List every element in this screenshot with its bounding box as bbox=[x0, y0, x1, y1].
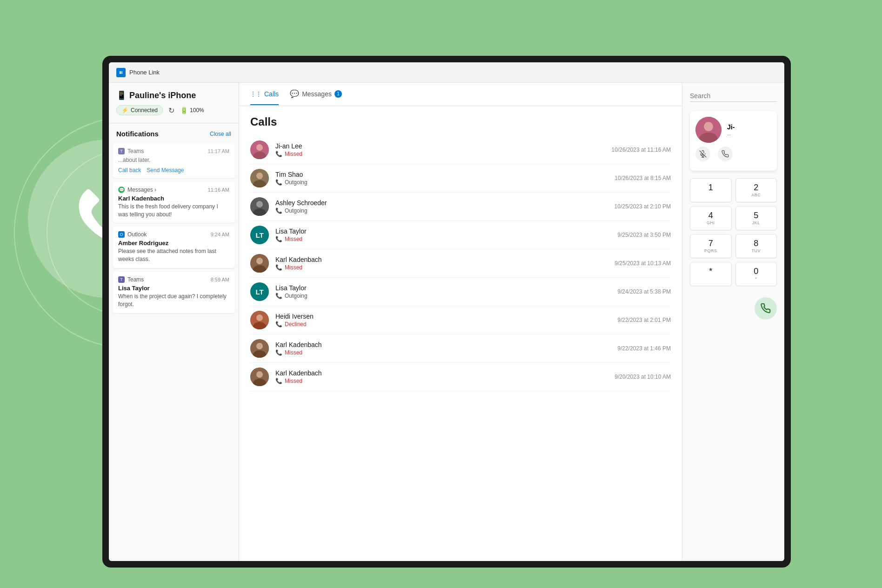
notif-body: ...about later. bbox=[118, 156, 229, 164]
mute-button[interactable] bbox=[695, 147, 710, 161]
dial-key-5[interactable]: 5 JKL bbox=[735, 206, 777, 230]
calls-title: Calls bbox=[250, 115, 671, 128]
dial-num: 8 bbox=[754, 239, 758, 247]
dial-key-star[interactable]: * bbox=[690, 262, 732, 286]
missed-call-icon: 📞 bbox=[275, 378, 282, 384]
call-row[interactable]: Ashley Schroeder 📞 Outgoing 10/25/2023 a… bbox=[250, 193, 671, 221]
caller-name: Ji-an Lee bbox=[275, 142, 602, 150]
svg-point-16 bbox=[256, 314, 263, 321]
send-message-button[interactable]: Send Message bbox=[147, 167, 184, 174]
svg-rect-1 bbox=[120, 71, 121, 74]
avatar-image bbox=[250, 311, 269, 329]
caller-avatar bbox=[250, 339, 269, 358]
tab-messages[interactable]: 💬 Messages 1 bbox=[290, 83, 342, 106]
notification-item: 💬 Messages › 11:16 AM Karl Kadenbach Thi… bbox=[113, 182, 235, 223]
end-call-button[interactable] bbox=[718, 147, 733, 161]
call-button[interactable] bbox=[755, 297, 777, 320]
call-status: 📞 Missed bbox=[275, 349, 608, 356]
notification-item: T Teams 11:17 AM ...about later. Call ba… bbox=[113, 143, 235, 178]
dial-key-2[interactable]: 2 ABC bbox=[735, 178, 777, 202]
call-row[interactable]: Ji-an Lee 📞 Missed 10/26/2023 at 11:16 A… bbox=[250, 136, 671, 164]
close-all-button[interactable]: Close all bbox=[210, 131, 231, 137]
call-row[interactable]: Heidi Iversen 📞 Declined 9/22/2023 at 2:… bbox=[250, 306, 671, 334]
call-row[interactable]: Karl Kadenbach 📞 Missed 9/20/2023 at 10:… bbox=[250, 363, 671, 391]
notification-item: T Teams 8:59 AM Lisa Taylor When is the … bbox=[113, 272, 235, 313]
svg-point-22 bbox=[256, 371, 263, 378]
notif-time: 11:16 AM bbox=[208, 187, 229, 193]
call-row[interactable]: Karl Kadenbach 📞 Missed 9/22/2023 at 1:4… bbox=[250, 334, 671, 363]
call-status: 📞 Outgoing bbox=[275, 179, 605, 186]
caller-name: Heidi Iversen bbox=[275, 313, 608, 320]
dial-key-0[interactable]: 0 * bbox=[735, 262, 777, 286]
dialpad-panel: Ji- ... bbox=[682, 83, 784, 561]
dial-num: * bbox=[709, 267, 712, 275]
avatar-image bbox=[250, 197, 269, 216]
notif-time: 11:17 AM bbox=[208, 148, 229, 154]
call-info: Lisa Taylor 📞 Missed bbox=[275, 227, 608, 242]
contact-info: Ji- ... bbox=[722, 123, 771, 136]
call-time: 9/22/2023 at 1:46 PM bbox=[608, 345, 671, 352]
notif-sender: Amber Rodriguez bbox=[118, 240, 229, 247]
outgoing-call-icon: 📞 bbox=[275, 207, 282, 214]
tab-calls[interactable]: ⋮⋮ Calls bbox=[250, 84, 279, 105]
refresh-icon[interactable]: ↻ bbox=[168, 106, 174, 115]
call-time: 9/22/2023 at 2:01 PM bbox=[608, 317, 671, 323]
contact-card-preview: Ji- ... bbox=[690, 111, 777, 171]
missed-call-icon: 📞 bbox=[275, 264, 282, 271]
avatar-image bbox=[250, 254, 269, 273]
device-status-row: ⚡ Connected ↻ 🔋 100% bbox=[116, 105, 231, 115]
svg-point-13 bbox=[256, 258, 263, 264]
notif-sender: Lisa Taylor bbox=[118, 285, 229, 292]
tabs-bar: ⋮⋮ Calls 💬 Messages 1 bbox=[239, 83, 682, 106]
calls-content: Calls Ji-an Lee bbox=[239, 106, 682, 561]
caller-avatar bbox=[250, 254, 269, 273]
dial-key-7[interactable]: 7 PQRS bbox=[690, 234, 732, 258]
call-row[interactable]: Tim Shao 📞 Outgoing 10/26/2023 at 8:15 A… bbox=[250, 164, 671, 193]
device-icon: 📱 bbox=[116, 90, 127, 100]
dial-key-1[interactable]: 1 bbox=[690, 178, 732, 202]
notif-actions: Call back Send Message bbox=[118, 167, 229, 174]
search-input[interactable] bbox=[690, 90, 777, 102]
caller-avatar bbox=[250, 140, 269, 159]
dial-sub: * bbox=[755, 276, 757, 281]
call-info: Lisa Taylor 📞 Outgoing bbox=[275, 284, 608, 299]
caller-avatar bbox=[250, 169, 269, 187]
caller-avatar bbox=[250, 368, 269, 386]
notif-sender: Karl Kadenbach bbox=[118, 195, 229, 202]
contact-avatar-large bbox=[695, 117, 722, 143]
avatar-image bbox=[250, 339, 269, 358]
call-time: 10/26/2023 at 11:16 AM bbox=[602, 147, 671, 153]
declined-call-icon: 📞 bbox=[275, 321, 282, 327]
call-status: 📞 Declined bbox=[275, 321, 608, 327]
caller-name: Lisa Taylor bbox=[275, 227, 608, 235]
call-info: Ji-an Lee 📞 Missed bbox=[275, 142, 602, 157]
call-info: Karl Kadenbach 📞 Missed bbox=[275, 341, 608, 356]
avatar-image bbox=[250, 140, 269, 159]
notif-card-header: T Teams 11:17 AM bbox=[118, 148, 229, 154]
notif-card-header: 💬 Messages › 11:16 AM bbox=[118, 187, 229, 193]
svg-point-7 bbox=[256, 173, 263, 179]
call-row[interactable]: Karl Kadenbach 📞 Missed 9/25/2023 at 10:… bbox=[250, 249, 671, 278]
avatar-image bbox=[250, 169, 269, 187]
call-back-button[interactable]: Call back bbox=[118, 167, 141, 174]
phone-link-logo: Phone Link bbox=[116, 68, 160, 77]
notif-body: When is the project due again? I complet… bbox=[118, 293, 229, 308]
dial-key-4[interactable]: 4 GHI bbox=[690, 206, 732, 230]
notif-time: 9:24 AM bbox=[211, 232, 229, 237]
dial-key-8[interactable]: 8 TUV bbox=[735, 234, 777, 258]
contact-name: Ji- bbox=[727, 123, 771, 131]
dial-sub: JKL bbox=[752, 220, 760, 225]
missed-call-icon: 📞 bbox=[275, 151, 282, 157]
teams-icon: T bbox=[118, 276, 125, 283]
svg-point-25 bbox=[704, 122, 713, 131]
notifications-title: Notifications bbox=[116, 130, 159, 138]
device-header: 📱 Pauline's iPhone ⚡ Connected ↻ 🔋 100% bbox=[109, 83, 239, 123]
call-row[interactable]: LT Lisa Taylor 📞 Missed 9/25/2023 at 3:5… bbox=[250, 221, 671, 249]
call-info: Heidi Iversen 📞 Declined bbox=[275, 313, 608, 327]
caller-name: Karl Kadenbach bbox=[275, 369, 605, 377]
top-bar: Phone Link bbox=[109, 62, 784, 83]
dialpad-grid: 1 2 ABC 4 GHI 5 JKL bbox=[690, 178, 777, 286]
caller-avatar: LT bbox=[250, 282, 269, 301]
messages-badge: 1 bbox=[334, 90, 342, 98]
call-row[interactable]: LT Lisa Taylor 📞 Outgoing 9/24/2023 at 5… bbox=[250, 278, 671, 306]
